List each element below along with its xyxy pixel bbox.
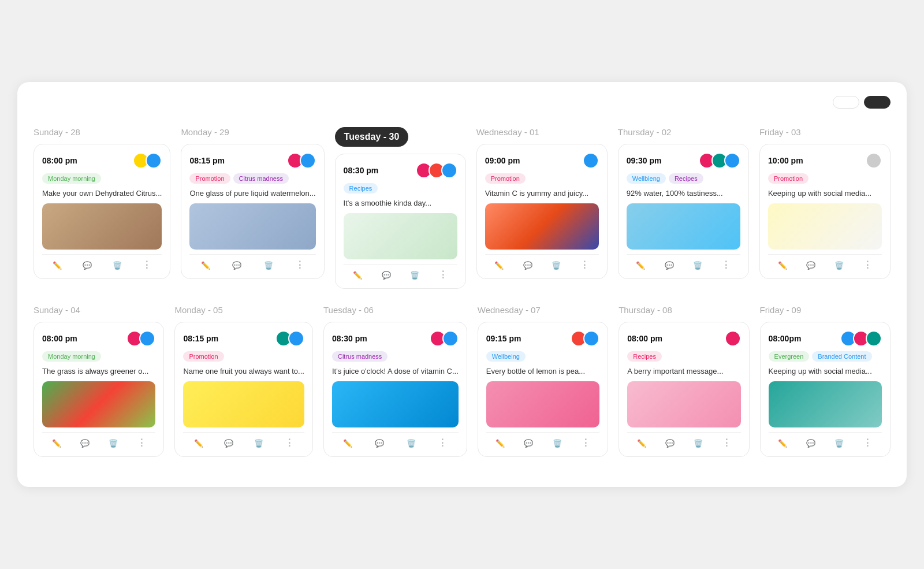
- event-card[interactable]: 09:00 pmPromotionVitamin C is yummy and …: [476, 144, 608, 279]
- event-card[interactable]: 10:00 pmPromotionKeeping up with social …: [759, 144, 891, 279]
- tag-group: WellbiengRecipes: [627, 173, 740, 184]
- edit-button[interactable]: [338, 436, 357, 450]
- event-card[interactable]: 08:00pmEvergreenBranded ContentKeeping u…: [760, 322, 891, 457]
- edit-button[interactable]: [196, 258, 215, 272]
- delete-button[interactable]: [108, 258, 126, 272]
- comment-button[interactable]: [519, 436, 538, 450]
- day-column: Wednesday - 0709:15 pmWellbeingEvery bot…: [478, 305, 608, 457]
- comment-button[interactable]: [661, 436, 679, 450]
- card-time: 08:00pm: [769, 334, 802, 343]
- comment-button[interactable]: [519, 258, 537, 272]
- more-button[interactable]: [290, 257, 309, 273]
- comment-button[interactable]: [660, 258, 679, 272]
- edit-button[interactable]: [773, 436, 792, 450]
- card-image: [189, 203, 315, 250]
- delete-button[interactable]: [402, 436, 420, 450]
- delete-button[interactable]: [405, 267, 424, 282]
- comment-button[interactable]: [78, 258, 96, 272]
- more-button[interactable]: [434, 267, 452, 282]
- day-label: Friday - 03: [759, 127, 891, 137]
- comment-button[interactable]: [219, 436, 238, 450]
- comment-button[interactable]: [377, 267, 396, 282]
- tag: Wellbieng: [627, 173, 666, 184]
- delete-button[interactable]: [830, 258, 848, 272]
- event-card[interactable]: 09:30 pmWellbiengRecipes92% water, 100% …: [618, 144, 749, 279]
- delete-button[interactable]: [259, 258, 278, 272]
- comment-button[interactable]: [802, 436, 820, 450]
- tag: Promotion: [485, 173, 526, 184]
- more-button[interactable]: [575, 257, 594, 273]
- card-time: 08:00 pm: [42, 334, 77, 343]
- comment-button[interactable]: [370, 436, 389, 450]
- edit-button[interactable]: [48, 258, 66, 272]
- comment-button[interactable]: [228, 258, 246, 272]
- card-header: 08:15 pm: [183, 330, 304, 347]
- card-text: Make your own Dehydrated Citrus...: [42, 188, 162, 199]
- delete-button[interactable]: [688, 258, 707, 272]
- card-time: 08:00 pm: [627, 334, 662, 343]
- card-time: 10:00 pm: [768, 156, 803, 165]
- delete-button[interactable]: [830, 436, 848, 450]
- event-card[interactable]: 08:15 pmPromotionName one fruit you alwa…: [174, 322, 313, 457]
- card-time: 09:15 pm: [486, 334, 521, 343]
- delete-button[interactable]: [104, 436, 122, 450]
- card-text: Keeping up with social media...: [768, 188, 882, 199]
- day-column: Sunday - 2808:00 pmMonday morningMake yo…: [33, 127, 170, 289]
- tag: Citrus madness: [233, 173, 289, 184]
- more-button[interactable]: [280, 435, 299, 451]
- edit-button[interactable]: [631, 258, 650, 272]
- delete-button[interactable]: [689, 436, 707, 450]
- edit-button[interactable]: [348, 267, 367, 282]
- more-button[interactable]: [576, 435, 595, 451]
- event-card[interactable]: 08:30 pmRecipesIt's a smoothie kinda day…: [335, 154, 466, 289]
- tag-group: Monday morning: [42, 351, 155, 362]
- avatar-group: [725, 330, 741, 347]
- comment-button[interactable]: [76, 436, 94, 450]
- delete-button[interactable]: [547, 258, 565, 272]
- event-card[interactable]: 08:30 pmCitrus madnessIt's juice o'clock…: [323, 322, 467, 457]
- event-card[interactable]: 08:00 pmRecipesA berry important message…: [619, 322, 749, 457]
- edit-button[interactable]: [491, 436, 509, 450]
- avatar-group: [416, 162, 457, 178]
- event-card[interactable]: 08:15 pmPromotionCitrus madnessOne glass…: [181, 144, 324, 279]
- more-button[interactable]: [137, 257, 156, 273]
- card-time: 08:15 pm: [189, 156, 225, 165]
- tag: Wellbeing: [486, 351, 526, 362]
- edit-button[interactable]: [632, 436, 651, 450]
- more-button[interactable]: [858, 257, 877, 273]
- more-button[interactable]: [433, 435, 452, 451]
- card-header: 08:00pm: [769, 330, 882, 347]
- week-view-button[interactable]: [864, 96, 891, 109]
- event-card[interactable]: 08:00 pmMonday morningMake your own Dehy…: [33, 144, 170, 279]
- edit-button[interactable]: [47, 436, 66, 450]
- day-label: Monday - 05: [174, 305, 313, 315]
- card-header: 08:30 pm: [344, 162, 457, 178]
- delete-button[interactable]: [249, 436, 268, 450]
- card-header: 08:00 pm: [42, 153, 162, 169]
- card-actions: [627, 432, 740, 451]
- card-image: [627, 381, 740, 427]
- delete-button[interactable]: [548, 436, 567, 450]
- avatar-group: [287, 153, 316, 169]
- more-button[interactable]: [132, 435, 151, 451]
- month-view-button[interactable]: [833, 96, 859, 109]
- comment-button[interactable]: [802, 258, 820, 272]
- more-button[interactable]: [717, 435, 736, 451]
- card-image: [485, 203, 599, 250]
- avatar: [442, 330, 459, 347]
- edit-button[interactable]: [490, 258, 508, 272]
- event-card[interactable]: 08:00 pmMonday morningThe grass is alway…: [33, 322, 164, 457]
- more-button[interactable]: [717, 257, 735, 273]
- tag: Citrus madness: [332, 351, 388, 362]
- edit-button[interactable]: [773, 258, 792, 272]
- card-text: Every bottle of lemon is pea...: [486, 366, 599, 377]
- edit-button[interactable]: [189, 436, 208, 450]
- event-card[interactable]: 09:15 pmWellbeingEvery bottle of lemon i…: [478, 322, 608, 457]
- card-text: A berry important message...: [627, 366, 740, 377]
- card-text: 92% water, 100% tastiness...: [627, 188, 740, 199]
- card-time: 08:00 pm: [42, 156, 77, 165]
- card-text: The grass is always greener o...: [42, 366, 155, 377]
- day-column: Thursday - 0808:00 pmRecipesA berry impo…: [619, 305, 749, 457]
- tag: Recipes: [627, 351, 662, 362]
- more-button[interactable]: [858, 435, 877, 451]
